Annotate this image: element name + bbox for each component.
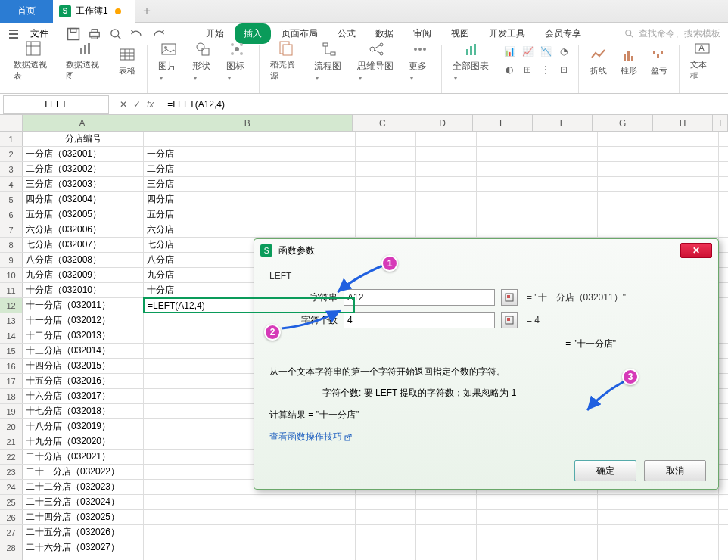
cell[interactable]: 六分店（032006） <box>23 222 144 237</box>
row-header[interactable]: 27 <box>0 525 23 540</box>
cell[interactable]: 十八分店（032019） <box>23 419 144 434</box>
mindmap-button[interactable]: 思维导图▾ <box>353 39 401 83</box>
cell[interactable]: 十三分店（032014） <box>23 344 144 358</box>
col-header[interactable]: B <box>142 115 353 131</box>
more-button[interactable]: 更多▾ <box>404 39 435 83</box>
flowchart-button[interactable]: 流程图▾ <box>310 39 350 83</box>
row-header[interactable]: 24 <box>0 480 23 494</box>
docer-button[interactable]: 稻壳资源 <box>266 38 307 83</box>
add-tab-button[interactable]: ＋ <box>135 3 158 19</box>
tab-member[interactable]: 会员专享 <box>536 23 590 44</box>
cell[interactable] <box>144 132 356 146</box>
col-header[interactable]: A <box>23 115 143 131</box>
row-header[interactable]: 17 <box>0 374 23 388</box>
row-header[interactable]: 18 <box>0 389 23 403</box>
col-header[interactable]: I <box>713 115 728 131</box>
row-header[interactable]: 8 <box>0 238 23 252</box>
cell[interactable]: 五分店 <box>144 207 356 222</box>
row-header[interactable]: 4 <box>0 177 23 191</box>
chart-type-icon[interactable]: ⊞ <box>519 61 536 78</box>
cell[interactable]: 十七分店（032018） <box>23 404 144 418</box>
undo-icon[interactable] <box>129 26 145 42</box>
cell[interactable]: 二分店 <box>144 162 356 176</box>
cell[interactable]: 四分店 <box>144 192 356 207</box>
accept-formula-icon[interactable]: ✓ <box>133 99 141 110</box>
cell[interactable]: 十分店（032010） <box>23 283 144 297</box>
col-header[interactable]: H <box>653 115 713 131</box>
col-header[interactable]: D <box>412 115 472 131</box>
row-header[interactable]: 20 <box>0 419 23 434</box>
chart-type-icon[interactable]: ◔ <box>555 43 572 60</box>
ok-button[interactable]: 确定 <box>574 460 636 481</box>
row-header[interactable]: 12 <box>0 298 23 313</box>
row-header[interactable]: 22 <box>0 450 23 464</box>
range-picker-icon[interactable] <box>501 312 518 328</box>
name-box[interactable]: LEFT <box>3 95 109 114</box>
chart-type-icon[interactable]: 📊 <box>501 43 518 60</box>
row-header[interactable]: 15 <box>0 344 23 358</box>
close-button[interactable]: ✕ <box>680 243 712 258</box>
cell[interactable]: 十四分店（032015） <box>23 359 144 373</box>
row-header[interactable]: 26 <box>0 510 23 524</box>
workbook-tab[interactable]: S 工作簿1 <box>53 0 135 23</box>
shape-button[interactable]: 形状▾ <box>188 39 219 83</box>
chart-type-icon[interactable]: ◐ <box>501 61 518 78</box>
cell[interactable] <box>144 495 356 509</box>
sparkline-line-button[interactable]: 折线 <box>585 44 612 78</box>
row-header[interactable]: 29 <box>0 555 23 560</box>
cell[interactable]: 十五分店（032016） <box>23 374 144 388</box>
cell[interactable]: 二十二分店（032023） <box>23 480 144 494</box>
formula-input[interactable] <box>161 95 728 114</box>
cancel-button[interactable]: 取消 <box>644 460 706 481</box>
row-header[interactable]: 9 <box>0 253 23 267</box>
cell[interactable]: 二十一分店（032022） <box>23 465 144 479</box>
row-header[interactable]: 11 <box>0 283 23 297</box>
cell[interactable]: 二十三分店（032024） <box>23 495 144 509</box>
row-header[interactable]: 10 <box>0 268 23 282</box>
cell[interactable]: 五分店（032005） <box>23 207 144 222</box>
home-tab[interactable]: 首页 <box>0 0 53 23</box>
row-header[interactable]: 3 <box>0 162 23 176</box>
cell[interactable]: 三分店 <box>144 177 356 191</box>
all-charts-button[interactable]: 全部图表▾ <box>448 39 495 83</box>
cell[interactable]: 十二分店（032013） <box>23 328 144 343</box>
row-header[interactable]: 21 <box>0 434 23 449</box>
fx-icon[interactable]: fx <box>147 99 154 110</box>
cell[interactable]: 十六分店（032017） <box>23 389 144 403</box>
chart-type-icon[interactable]: ⋮ <box>537 61 554 78</box>
chart-type-icon[interactable]: 📈 <box>519 43 536 60</box>
cell[interactable] <box>144 540 356 555</box>
col-header[interactable]: E <box>473 115 533 131</box>
cell[interactable]: 二十五分店（032026） <box>23 525 144 540</box>
cell[interactable] <box>23 555 144 560</box>
range-picker-icon[interactable] <box>501 289 518 306</box>
row-header[interactable]: 2 <box>0 147 23 161</box>
row-header[interactable]: 28 <box>0 540 23 555</box>
row-header[interactable]: 14 <box>0 328 23 343</box>
row-header[interactable]: 13 <box>0 313 23 328</box>
row-header[interactable]: 19 <box>0 404 23 418</box>
row-header[interactable]: 6 <box>0 207 23 222</box>
cell[interactable]: 十一分店（032012） <box>23 313 144 328</box>
cell[interactable]: 三分店（032003） <box>23 177 144 191</box>
cell[interactable]: 七分店（032007） <box>23 238 144 252</box>
table-button[interactable]: 表格 <box>114 44 141 78</box>
cell[interactable]: 二十分店（032021） <box>23 450 144 464</box>
cell[interactable]: 一分店 <box>144 147 356 161</box>
cell[interactable]: 二十六分店（032027） <box>23 540 144 555</box>
col-header[interactable]: C <box>353 115 412 131</box>
cell[interactable] <box>144 510 356 524</box>
cancel-formula-icon[interactable]: ✕ <box>120 99 127 110</box>
help-link[interactable]: 查看函数操作技巧 <box>269 431 352 443</box>
picture-button[interactable]: 图片▾ <box>154 39 185 83</box>
cell[interactable]: 分店编号 <box>23 132 144 146</box>
icon-button[interactable]: 图标▾ <box>222 39 253 83</box>
row-header[interactable]: 7 <box>0 222 23 237</box>
cell[interactable]: 九分店（032009） <box>23 268 144 282</box>
row-header[interactable]: 5 <box>0 192 23 207</box>
chart-type-icon[interactable]: 📉 <box>537 43 554 60</box>
row-header[interactable]: 16 <box>0 359 23 373</box>
chart-type-icon[interactable]: ⊡ <box>555 61 572 78</box>
cell[interactable]: 十九分店（032020） <box>23 434 144 449</box>
param-numchars-input[interactable] <box>344 312 495 328</box>
